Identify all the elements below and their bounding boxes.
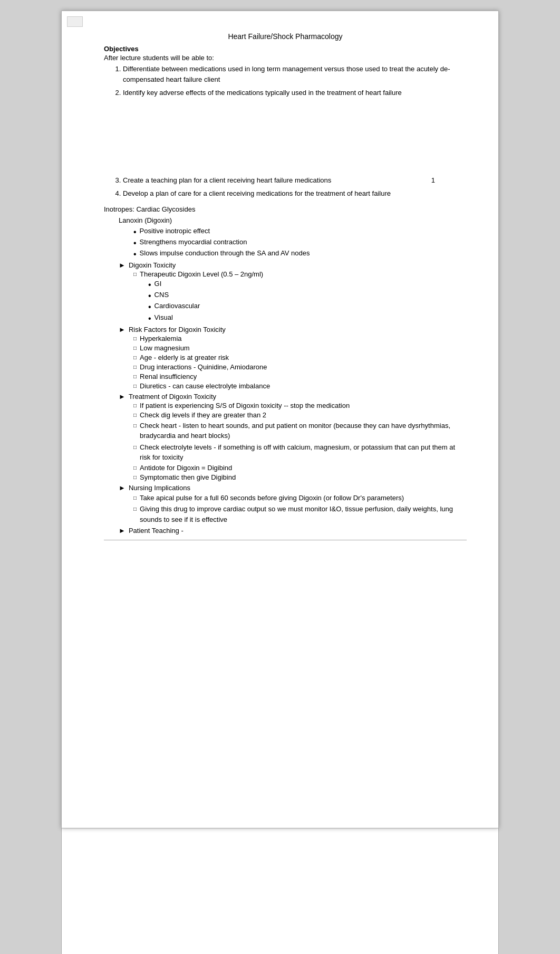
nursing-list: □ Take apical pulse for a full 60 second… — [104, 493, 467, 525]
treatment-list: □ If patient is experiencing S/S of Digo… — [104, 402, 467, 482]
toxicity-symptoms: • GI • CNS • Cardiovascular • Visual — [104, 280, 467, 323]
treatment-section: ► Treatment of Digoxin Toxicity — [104, 393, 467, 400]
patient-teaching-label: Patient Teaching - — [129, 527, 184, 535]
square-icon: □ — [133, 473, 137, 482]
symptom-gi: • GI — [148, 280, 467, 290]
square-icon: □ — [133, 382, 137, 390]
page-number: 1 — [431, 175, 435, 186]
square-icon: □ — [133, 344, 137, 352]
dot-icon: • — [133, 249, 137, 259]
square-icon: □ — [133, 270, 137, 279]
arrow-icon: ► — [119, 326, 125, 333]
dot-icon: • — [148, 313, 151, 323]
lanoxin-bullet-2: • Strengthens myocardial contraction — [133, 238, 467, 248]
arrow-icon: ► — [119, 484, 125, 492]
risk-2: □ Low magnesium — [133, 344, 467, 352]
treatment-2: □ Check dig levels if they are greater t… — [133, 411, 467, 419]
objectives-intro: After lecture students will be able to: — [104, 54, 467, 62]
page-bottom-border — [104, 540, 467, 540]
objectives-heading: Objectives — [104, 45, 467, 53]
therapeutic-level: □ Therapeutic Digoxin Level (0.5 – 2ng/m… — [104, 270, 467, 279]
treatment-4: □ Check electrolyte levels - if somethin… — [133, 442, 467, 463]
square-icon: □ — [133, 443, 137, 452]
symptom-visual: • Visual — [148, 313, 467, 323]
arrow-icon: ► — [119, 527, 125, 535]
spacer-area — [104, 101, 467, 175]
inotropes-heading: Inotropes: Cardiac Glycosides — [104, 204, 467, 215]
objective-2: Identify key adverse effects of the medi… — [123, 88, 467, 98]
nursing-1: □ Take apical pulse for a full 60 second… — [133, 493, 467, 503]
square-icon: □ — [133, 402, 137, 410]
nursing-2: □ Giving this drug to improve cardiac ou… — [133, 504, 467, 524]
symptom-cardio: • Cardiovascular — [148, 302, 467, 312]
treatment-3: □ Check heart - listen to heart sounds, … — [133, 421, 467, 441]
square-icon: □ — [133, 422, 137, 430]
arrow-icon: ► — [119, 261, 125, 269]
patient-teaching-section: ► Patient Teaching - — [104, 527, 467, 535]
treatment-5: □ Antidote for Digoxin = Digibind — [133, 464, 467, 472]
square-icon: □ — [133, 464, 137, 472]
objective-1: Differentiate between medications used i… — [123, 64, 467, 84]
dot-icon: • — [133, 227, 137, 237]
digoxin-toxicity-section: ► Digoxin Toxicity — [104, 261, 467, 269]
square-icon: □ — [133, 373, 137, 381]
square-icon: □ — [133, 411, 137, 419]
dot-icon: • — [133, 238, 137, 248]
objective-3: Create a teaching plan for a client rece… — [123, 175, 467, 186]
objectives-list-cont: Create a teaching plan for a client rece… — [104, 175, 467, 199]
dot-icon: • — [148, 302, 151, 312]
page-title: Heart Failure/Shock Pharmacology — [104, 32, 467, 41]
risk-1: □ Hyperkalemia — [133, 335, 467, 343]
risk-factors-section: ► Risk Factors for Digoxin Toxicity — [104, 326, 467, 333]
objective-4: Develop a plan of care for a client rece… — [123, 188, 467, 199]
lanoxin-bullets: • Positive inotropic effect • Strengthen… — [104, 227, 467, 260]
risk-6: □ Diuretics - can cause electrolyte imba… — [133, 382, 467, 390]
lanoxin-subheading: Lanoxin (Digoxin) — [104, 215, 467, 226]
dot-icon: • — [148, 280, 151, 290]
risk-factors-list: □ Hyperkalemia □ Low magnesium □ Age - e… — [104, 335, 467, 390]
dot-icon: • — [148, 291, 151, 301]
lanoxin-bullet-1: • Positive inotropic effect — [133, 227, 467, 237]
symptom-cns: • CNS — [148, 291, 467, 301]
lanoxin-bullet-3: • Slows impulse conduction through the S… — [133, 249, 467, 259]
risk-3: □ Age - elderly is at greater risk — [133, 354, 467, 362]
square-icon: □ — [133, 363, 137, 371]
objectives-list: Differentiate between medications used i… — [104, 64, 467, 98]
arrow-icon: ► — [119, 393, 125, 400]
risk-5: □ Renal insufficiency — [133, 373, 467, 381]
header-image — [67, 16, 83, 27]
below-page-area — [61, 828, 499, 954]
square-icon: □ — [133, 335, 137, 343]
nursing-section: ► Nursing Implications — [104, 484, 467, 492]
square-icon: □ — [133, 354, 137, 362]
inotropes-section: Inotropes: Cardiac Glycosides Lanoxin (D… — [104, 204, 467, 535]
treatment-6: □ Symptomatic then give Digibind — [133, 473, 467, 482]
document-page: Heart Failure/Shock Pharmacology Objecti… — [61, 11, 499, 828]
square-icon: □ — [133, 505, 137, 513]
treatment-1: □ If patient is experiencing S/S of Digo… — [133, 402, 467, 410]
square-icon: □ — [133, 494, 137, 502]
risk-4: □ Drug interactions - Quinidine, Amiodar… — [133, 363, 467, 371]
